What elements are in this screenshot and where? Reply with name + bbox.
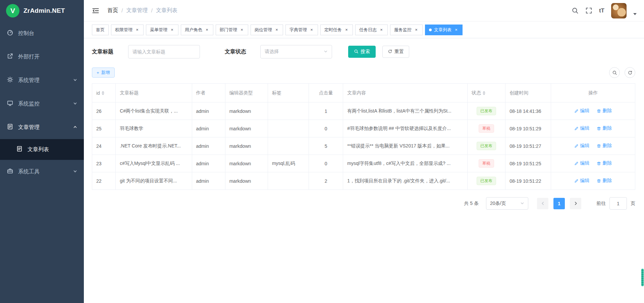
cell-title: c#写入Mysql中文显示乱码 ... — [116, 155, 192, 172]
close-icon[interactable]: × — [205, 28, 209, 32]
close-icon[interactable]: × — [309, 28, 314, 32]
chevron-down-icon — [73, 169, 77, 175]
cell-created: 08-19 10:51:27 — [505, 137, 551, 155]
cell-hits: 0 — [309, 155, 343, 172]
cell-author: admin — [192, 102, 225, 120]
table-row: 26 C#两个list集合实现关联，... admin markdown 1 有… — [92, 102, 635, 120]
sidebar-item-article-list[interactable]: 文章列表 — [0, 139, 84, 160]
article-title-input[interactable] — [128, 45, 200, 58]
cell-author: admin — [192, 155, 225, 172]
tab-dict-mgmt[interactable]: 字典管理× — [285, 25, 318, 35]
font-size-icon[interactable]: tT — [599, 7, 604, 14]
cell-tags: mysql,乱码 — [268, 155, 309, 172]
cell-status: 草稿 — [468, 155, 505, 172]
tab-article-list[interactable]: 文章列表× — [425, 25, 463, 35]
tab-service-monitor[interactable]: 服务监控× — [390, 25, 423, 35]
sort-caret-icon — [483, 91, 485, 95]
cell-id: 25 — [92, 120, 116, 137]
prev-page-button[interactable] — [537, 198, 548, 209]
fullscreen-icon[interactable] — [585, 7, 592, 14]
breadcrumb-article-mgmt[interactable]: 文章管理 — [126, 7, 148, 14]
sidebar-menu: 控制台 外部打开 系统管理 系统监控 文章管理 — [0, 21, 84, 183]
chevron-up-icon — [73, 124, 77, 130]
cell-actions: 编辑 删除 — [551, 120, 635, 137]
close-icon[interactable]: × — [170, 28, 174, 32]
close-icon[interactable]: × — [414, 28, 419, 32]
sidebar-item-system-mgmt[interactable]: 系统管理 — [0, 69, 84, 92]
goto-label: 前往 — [596, 201, 606, 207]
status-badge: 草稿 — [479, 159, 494, 168]
cell-id: 24 — [92, 137, 116, 155]
delete-link[interactable]: 删除 — [597, 143, 612, 149]
column-header-id[interactable]: id — [92, 84, 116, 102]
tab-dept-mgmt[interactable]: 部门管理× — [216, 25, 248, 35]
delete-link[interactable]: 删除 — [597, 125, 612, 131]
sidebar-item-external[interactable]: 外部打开 — [0, 45, 84, 69]
cell-created: 08-19 10:51:22 — [505, 172, 551, 190]
sidebar-item-system-tools[interactable]: 系统工具 — [0, 160, 84, 183]
tab-task-log[interactable]: 任务日志× — [355, 25, 388, 35]
edit-label: 编辑 — [580, 125, 589, 131]
add-button[interactable]: + 新增 — [92, 68, 115, 78]
close-icon[interactable]: × — [239, 28, 244, 32]
tab-label: 文章列表 — [434, 27, 451, 33]
sidebar-item-article-mgmt[interactable]: 文章管理 — [0, 116, 84, 139]
user-menu-caret-icon[interactable] — [633, 13, 637, 15]
cell-actions: 编辑 删除 — [551, 155, 635, 172]
delete-link[interactable]: 删除 — [597, 178, 612, 184]
app-logo[interactable]: V ZrAdmin.NET — [0, 0, 84, 21]
edit-link[interactable]: 编辑 — [574, 178, 589, 184]
sort-caret-icon — [102, 91, 104, 95]
edit-link[interactable]: 编辑 — [574, 143, 589, 149]
sidebar-item-system-monitor[interactable]: 系统监控 — [0, 92, 84, 116]
column-header-status[interactable]: 状态 — [468, 84, 505, 102]
toggle-search-button[interactable] — [609, 67, 620, 78]
refresh-table-button[interactable] — [625, 67, 635, 78]
tab-home[interactable]: 首页 — [92, 25, 109, 35]
search-button[interactable]: 搜索 — [348, 46, 376, 58]
tab-menu-mgmt[interactable]: 菜单管理× — [146, 25, 178, 35]
sidebar-fold-icon[interactable] — [92, 7, 99, 14]
breadcrumb-home[interactable]: 首页 — [107, 7, 118, 14]
cell-author: admin — [192, 137, 225, 155]
sidebar-item-console[interactable]: 控制台 — [0, 21, 84, 45]
next-page-button[interactable] — [570, 198, 581, 209]
tab-scheduled-task[interactable]: 定时任务× — [320, 25, 353, 35]
delete-link[interactable]: 删除 — [597, 160, 612, 166]
top-navbar: 首页 / 文章管理 / 文章列表 tT — [84, 0, 644, 21]
close-icon[interactable]: × — [344, 28, 349, 32]
cell-editor: markdown — [225, 155, 268, 172]
close-icon[interactable]: × — [454, 28, 459, 32]
table-row: 25 羽毛球教学 admin markdown 0 #羽毛球拍参数说明 ## 中… — [92, 120, 635, 137]
table-row: 23 c#写入Mysql中文显示乱码 ... admin markdown my… — [92, 155, 635, 172]
tab-label: 字典管理 — [289, 27, 307, 33]
user-avatar[interactable] — [611, 3, 627, 18]
cell-editor: markdown — [225, 172, 268, 190]
article-status-select[interactable]: 请选择 — [260, 45, 332, 58]
tab-permission-mgmt[interactable]: 权限管理× — [111, 25, 144, 35]
filter-form: 文章标题 文章状态 请选择 搜索 重置 — [92, 45, 635, 58]
column-label: 编辑器类型 — [229, 90, 253, 95]
table-row: 22 git 为不同的项目设置不同... admin markdown 2 1，… — [92, 172, 635, 190]
delete-link[interactable]: 删除 — [597, 108, 612, 114]
reset-button[interactable]: 重置 — [382, 46, 409, 58]
page-size-select[interactable]: 20条/页 — [486, 197, 528, 210]
search-icon[interactable] — [572, 7, 579, 14]
refresh-icon — [388, 49, 392, 55]
goto-page-input[interactable] — [609, 197, 627, 210]
scrollbar-thumb[interactable] — [641, 269, 644, 286]
gear-icon — [7, 76, 13, 84]
column-label: 文章内容 — [347, 90, 366, 95]
cell-author: admin — [192, 172, 225, 190]
sidebar-item-label: 系统监控 — [18, 100, 40, 107]
close-icon[interactable]: × — [274, 28, 279, 32]
page-number-button[interactable]: 1 — [553, 198, 565, 209]
edit-link[interactable]: 编辑 — [574, 108, 589, 114]
cell-status: 已发布 — [468, 102, 505, 120]
tab-post-mgmt[interactable]: 岗位管理× — [251, 25, 283, 35]
tab-user-role[interactable]: 用户角色× — [181, 25, 213, 35]
edit-link[interactable]: 编辑 — [574, 160, 589, 166]
close-icon[interactable]: × — [135, 28, 140, 32]
close-icon[interactable]: × — [379, 28, 384, 32]
edit-link[interactable]: 编辑 — [574, 125, 589, 131]
